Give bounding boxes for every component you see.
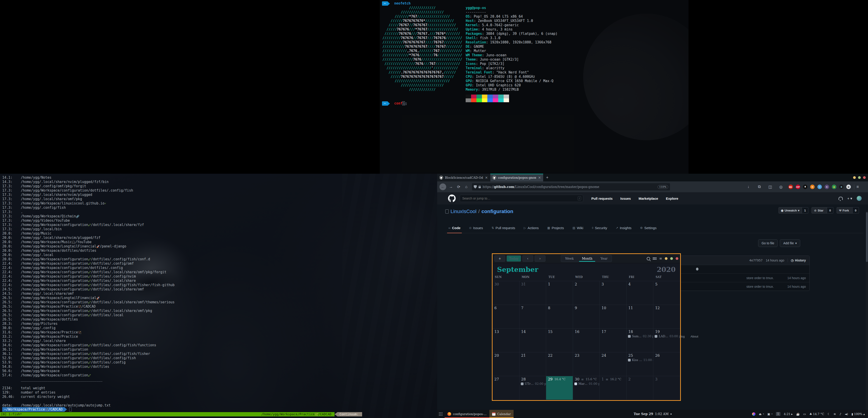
enhancer-for-youtube-icon[interactable]: ▶▶	[788, 185, 793, 189]
calendar-day-12[interactable]: 12	[653, 305, 680, 328]
calendar-day-28[interactable]: 28UTr…02:00 pm	[520, 376, 546, 400]
calendar-event[interactable]: Kiss …11:00 am	[627, 358, 653, 362]
night-light-icon[interactable]: ☾	[828, 412, 830, 416]
calendar-day-21[interactable]: 21	[520, 352, 546, 376]
view-week[interactable]: Week	[561, 256, 578, 262]
repo-tab-security[interactable]: ◊Security	[589, 222, 610, 233]
taskbar-window-firefox[interactable]: configuration/popos-...	[445, 410, 489, 418]
new-tab-button[interactable]: +	[544, 174, 551, 181]
downloads-icon[interactable]: ↓	[745, 185, 752, 189]
calendar-day-26[interactable]: 26	[653, 352, 680, 376]
history-button[interactable]: ◷History	[787, 259, 806, 262]
react-devtools-icon[interactable]: ⊛	[839, 185, 844, 189]
notes-icon[interactable]: ▤	[846, 185, 851, 189]
repo-tab-projects[interactable]: ▦Projects	[544, 222, 567, 233]
repo-name-link[interactable]: configuration	[482, 209, 513, 214]
calendar-day-23[interactable]: 23	[573, 352, 600, 376]
clipboard-icon[interactable]: ▣	[767, 412, 770, 416]
calendar-day-31[interactable]: 31	[520, 281, 546, 305]
calendar-event[interactable]: Sam…02:30 pm	[627, 334, 653, 338]
zoom-level-badge[interactable]: 110%	[657, 185, 668, 189]
calendar-day-4[interactable]: 4	[627, 281, 653, 305]
calendar-day-1[interactable]: 1	[546, 281, 573, 305]
calendar-day-29[interactable]: 2916.4 °C	[546, 376, 573, 400]
workspace-indicator[interactable]: 1	[776, 412, 780, 416]
header-nav-marketplace[interactable]: Marketplace	[639, 197, 658, 201]
calendar-day-11[interactable]: 11	[627, 305, 653, 328]
battery-indicator[interactable]: ▮ 100% ▴	[851, 412, 865, 416]
home-button[interactable]: ⌂	[463, 185, 470, 189]
calendar-day-3[interactable]: 3	[600, 281, 627, 305]
repo-star-button[interactable]: ☆Star0	[811, 207, 833, 213]
sidebar-icon[interactable]: ◫	[766, 185, 774, 189]
vimium-icon[interactable]: V	[817, 185, 822, 189]
calendar-day-17[interactable]: 17	[600, 328, 627, 352]
commit-hash[interactable]: 4e7f957	[749, 259, 763, 262]
app-grid-icon[interactable]	[439, 412, 442, 416]
header-nav-issues[interactable]: Issues	[620, 197, 631, 201]
adblock-plus-icon[interactable]: ABP	[796, 185, 800, 189]
calendar-day-15[interactable]: 15	[546, 328, 573, 352]
maximize-button[interactable]	[858, 176, 861, 179]
search-input[interactable]	[462, 196, 578, 201]
view-year[interactable]: Year	[596, 256, 612, 262]
minimize-button[interactable]	[665, 257, 668, 260]
calendar-day-20[interactable]: 20	[493, 352, 520, 376]
search-icon[interactable]	[647, 257, 650, 260]
account-icon[interactable]: ◎	[777, 185, 785, 189]
add-file-button[interactable]: Add file▾	[780, 239, 800, 247]
github-logo-icon[interactable]	[448, 195, 456, 202]
microphone-icon[interactable]: ♪	[839, 412, 841, 416]
repo-tab-issues[interactable]: ⊙Issues	[466, 222, 486, 233]
earth-icon[interactable]: ◍	[832, 185, 836, 189]
menu-hamburger-icon[interactable]: ≡	[857, 185, 859, 189]
commit-message[interactable]: store order to tmux.	[746, 285, 774, 289]
repo-tab-settings[interactable]: ⚙Settings	[637, 222, 660, 233]
calendar-day-24[interactable]: 24	[600, 352, 627, 376]
tracking-shield-icon[interactable]	[474, 185, 477, 189]
privacy-badger-icon[interactable]: B	[825, 185, 829, 189]
calendar-event[interactable]: LAD…03:00 pm	[653, 334, 680, 338]
calendar-day-6[interactable]: 6	[493, 305, 520, 328]
gnome-shell-icon[interactable]: ⬮	[803, 185, 807, 189]
notifications-bell-icon[interactable]	[839, 197, 843, 200]
today-button[interactable]: Today	[506, 256, 521, 262]
library-icon[interactable]: ⧉	[755, 185, 763, 189]
maximize-button[interactable]	[670, 257, 673, 260]
repo-tab-insights[interactable]: ↗Insights	[613, 222, 635, 233]
header-nav-pull-requests[interactable]: Pull requests	[591, 197, 613, 201]
calendar-day-3[interactable]: 3	[653, 376, 680, 400]
taskbar-window-calendar[interactable]: Calendar	[489, 410, 514, 418]
calendar-day-25[interactable]: 25Kiss …11:00 am	[627, 352, 653, 376]
go-to-file-button[interactable]: Go to file	[758, 239, 778, 247]
calendar-day-2[interactable]: 2	[627, 376, 653, 400]
next-month-button[interactable]: ›	[535, 256, 546, 262]
forward-button[interactable]: →	[447, 185, 455, 189]
create-new-button[interactable]: + ▾	[847, 196, 852, 201]
terminal-neofetch[interactable]: ~ neofetch ///////////// ///////////////…	[380, 0, 688, 174]
clipboard-icon-caret[interactable]: ▾	[772, 413, 773, 415]
weather-indicator[interactable]: ♣ 14.7 °C	[809, 412, 824, 416]
menu-icon[interactable]: ≡	[659, 257, 662, 261]
tab-close-icon[interactable]: ×	[485, 176, 488, 180]
calendar-day-2[interactable]: 2	[573, 281, 600, 305]
user-avatar[interactable]	[857, 196, 862, 201]
close-button[interactable]	[676, 257, 678, 260]
calendar-day-18[interactable]: 18Sam…02:30 pm	[627, 328, 653, 352]
taskbar-clock[interactable]: Tue Sep 291:02 AM	[633, 412, 672, 416]
repo-tab-wiki[interactable]: ▤Wiki	[569, 222, 587, 233]
add-event-button[interactable]: +	[494, 256, 505, 262]
eject-icon-caret[interactable]: ▾	[763, 413, 764, 415]
calendar-day-5[interactable]: 5	[653, 281, 680, 305]
display-icon[interactable]: ▭	[803, 412, 806, 416]
commit-message[interactable]: store order to tmux.	[746, 276, 774, 280]
calendar-event[interactable]: Mar…01:00 pm	[573, 381, 600, 386]
header-nav-explore[interactable]: Explore	[666, 197, 678, 201]
tab-close-icon[interactable]: ×	[538, 176, 541, 180]
network-icon[interactable]: ≋	[834, 412, 836, 416]
calendar-day-13[interactable]: 13	[493, 328, 520, 352]
repo-fork-button[interactable]: ΨFork0	[837, 207, 859, 213]
minimize-button[interactable]	[853, 176, 856, 179]
repo-tab-actions[interactable]: ▷Actions	[521, 222, 542, 233]
volume-icon[interactable]: ◄)	[845, 412, 848, 416]
